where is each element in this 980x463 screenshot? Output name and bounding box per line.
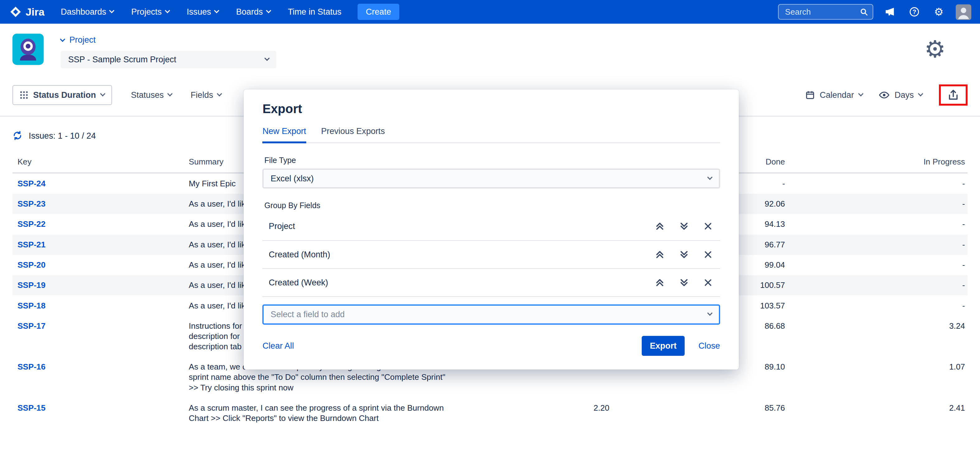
issue-key-link[interactable]: SSP-21 xyxy=(13,239,189,250)
move-down-button[interactable] xyxy=(679,250,689,259)
group-field-label: Created (Week) xyxy=(262,278,328,287)
project-select[interactable]: SSP - Sample Scrum Project xyxy=(61,51,276,68)
chevron-down-icon xyxy=(216,91,222,97)
issue-in-progress-value: 3.24 xyxy=(785,321,967,331)
chevron-down-icon xyxy=(707,174,713,180)
file-type-select[interactable]: Excel (xlsx) xyxy=(262,169,720,188)
issue-key-link[interactable]: SSP-19 xyxy=(13,280,189,291)
column-header-key[interactable]: Key xyxy=(13,157,189,167)
group-by-fields-label: Group By Fields xyxy=(262,201,720,210)
nav-item-issues[interactable]: Issues xyxy=(187,7,218,17)
add-field-select[interactable]: Select a field to add xyxy=(262,304,720,324)
group-fields-list: Project Created (Month) xyxy=(262,212,720,297)
days-dropdown[interactable]: Days xyxy=(879,90,923,100)
double-chevron-up-icon xyxy=(655,222,665,231)
user-avatar[interactable] xyxy=(956,4,970,19)
modal-tabs: New Export Previous Exports xyxy=(262,126,720,143)
create-button[interactable]: Create xyxy=(358,4,399,20)
jira-logo-text: Jira xyxy=(25,6,45,18)
issue-key-link[interactable]: SSP-16 xyxy=(13,362,189,372)
remove-field-button[interactable] xyxy=(704,250,712,259)
close-link[interactable]: Close xyxy=(698,341,720,351)
refresh-icon[interactable] xyxy=(13,131,22,140)
nav-item-projects[interactable]: Projects xyxy=(131,7,169,17)
issue-key-link[interactable]: SSP-17 xyxy=(13,321,189,331)
export-icon xyxy=(947,89,959,101)
issue-in-progress-value: - xyxy=(785,260,967,270)
issue-key-link[interactable]: SSP-22 xyxy=(13,219,189,229)
issue-in-progress-value: 2.41 xyxy=(785,403,967,413)
issue-in-progress-value: - xyxy=(785,199,967,209)
search-icon xyxy=(860,8,868,16)
clear-all-link[interactable]: Clear All xyxy=(262,341,294,351)
remove-field-button[interactable] xyxy=(704,278,712,287)
close-icon xyxy=(704,278,712,287)
move-up-button[interactable] xyxy=(655,250,665,259)
feedback-megaphone-icon[interactable] xyxy=(883,4,897,19)
days-label: Days xyxy=(894,90,914,100)
statuses-label: Statuses xyxy=(131,90,164,100)
top-navigation: Jira DashboardsProjectsIssuesBoardsTime … xyxy=(0,0,980,24)
export-open-button[interactable] xyxy=(947,89,959,101)
chevron-down-icon xyxy=(707,311,713,316)
move-up-button[interactable] xyxy=(655,222,665,231)
statuses-dropdown[interactable]: Statuses xyxy=(131,90,172,100)
close-icon xyxy=(704,222,712,231)
nav-item-time-in-status[interactable]: Time in Status xyxy=(288,7,341,17)
chevron-down-icon xyxy=(60,37,65,42)
nav-right-cluster: ? ⚙ xyxy=(778,4,970,20)
chevron-down-icon xyxy=(100,91,105,97)
group-field-row: Created (Month) xyxy=(262,241,720,269)
add-field-placeholder: Select a field to add xyxy=(271,310,345,319)
global-search[interactable] xyxy=(778,4,873,20)
export-button-highlight xyxy=(939,85,967,105)
settings-gear-icon[interactable]: ⚙ xyxy=(931,4,946,19)
tab-previous-exports[interactable]: Previous Exports xyxy=(321,126,385,142)
nav-item-dashboards[interactable]: Dashboards xyxy=(61,7,114,17)
tab-new-export[interactable]: New Export xyxy=(262,126,306,143)
move-down-button[interactable] xyxy=(679,278,689,287)
chevron-down-icon xyxy=(214,8,220,13)
issue-in-progress-value: - xyxy=(785,239,967,250)
group-field-row: Created (Week) xyxy=(262,269,720,297)
issue-in-progress-value: - xyxy=(785,280,967,291)
close-icon xyxy=(704,250,712,259)
toolbar-right-cluster: Calendar Days xyxy=(805,85,967,105)
remove-field-button[interactable] xyxy=(704,222,712,231)
eye-icon xyxy=(879,91,889,99)
help-icon[interactable]: ? xyxy=(907,4,922,19)
page-settings-gear-icon[interactable]: ⚙ xyxy=(924,37,945,61)
jira-logo[interactable]: Jira xyxy=(10,6,45,18)
chevron-down-icon xyxy=(109,8,115,13)
chevron-down-icon xyxy=(167,91,173,97)
project-header: Project SSP - Sample Scrum Project ⚙ xyxy=(0,24,980,77)
search-input[interactable] xyxy=(784,6,860,18)
issue-key-link[interactable]: SSP-23 xyxy=(13,199,189,209)
project-breadcrumb-label: Project xyxy=(69,35,95,45)
double-chevron-down-icon xyxy=(679,278,689,287)
issue-key-link[interactable]: SSP-18 xyxy=(13,301,189,311)
issue-key-link[interactable]: SSP-20 xyxy=(13,260,189,270)
double-chevron-up-icon xyxy=(655,278,665,287)
chevron-down-icon xyxy=(858,91,864,97)
nav-item-boards[interactable]: Boards xyxy=(236,7,270,17)
move-up-button[interactable] xyxy=(655,278,665,287)
project-avatar[interactable] xyxy=(13,34,44,65)
status-duration-label: Status Duration xyxy=(33,90,96,100)
move-down-button[interactable] xyxy=(679,222,689,231)
calendar-dropdown[interactable]: Calendar xyxy=(805,90,863,100)
issue-key-link[interactable]: SSP-24 xyxy=(13,179,189,189)
modal-footer: Clear All Export Close xyxy=(262,336,720,356)
table-row[interactable]: SSP-15 As a scrum master, I can see the … xyxy=(13,398,967,428)
issue-in-progress-value: - xyxy=(785,219,967,229)
status-duration-dropdown[interactable]: Status Duration xyxy=(13,85,112,105)
file-type-label: File Type xyxy=(262,156,720,165)
project-breadcrumb[interactable]: Project xyxy=(61,35,276,45)
jira-app: Jira DashboardsProjectsIssuesBoardsTime … xyxy=(0,0,980,463)
avatar-image xyxy=(956,4,971,20)
fields-dropdown[interactable]: Fields xyxy=(191,90,221,100)
issue-key-link[interactable]: SSP-15 xyxy=(13,403,189,413)
export-submit-button[interactable]: Export xyxy=(642,336,685,356)
column-header-in-progress[interactable]: In Progress xyxy=(785,157,967,167)
export-modal: Export New Export Previous Exports File … xyxy=(244,89,739,370)
